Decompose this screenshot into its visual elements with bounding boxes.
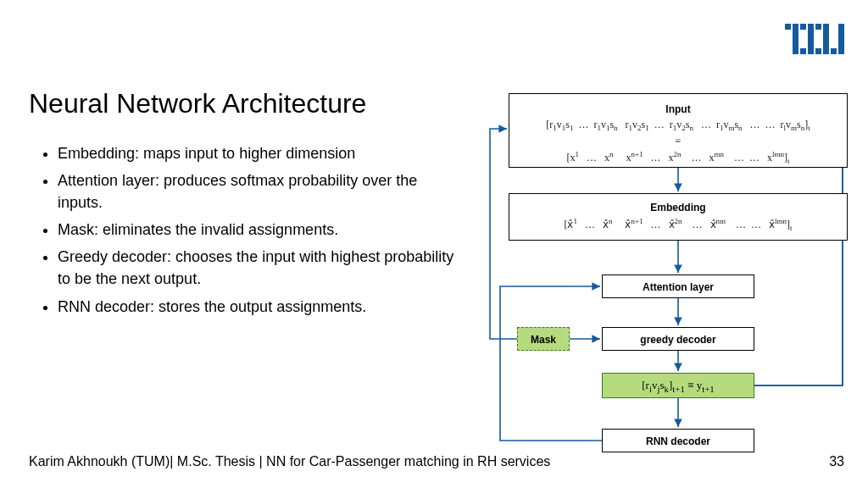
svg-rect-6 — [815, 24, 821, 30]
bullet: Attention layer: produces softmax probab… — [58, 169, 458, 214]
svg-rect-7 — [823, 24, 829, 54]
output-expr: [rivjsk]t+1 ≡ yt+1 — [642, 379, 714, 391]
mask-label: Mask — [531, 334, 556, 346]
slide: Neural Network Architecture Embedding: m… — [0, 0, 868, 488]
bullet: Embedding: maps input to higher dimensio… — [58, 142, 458, 164]
attention-label: Attention layer — [643, 281, 714, 293]
svg-rect-8 — [831, 48, 837, 54]
architecture-diagram: Input [r1v1s1 … r1v1sn r1v2s1 … r1v2sn …… — [483, 92, 848, 463]
svg-rect-0 — [785, 24, 791, 30]
input-label: Input — [665, 103, 690, 115]
bullet: Mask: eliminates the invalid assignments… — [58, 219, 458, 241]
rnn-label: RNN decoder — [646, 435, 710, 447]
svg-rect-5 — [815, 48, 821, 54]
input-seq-1: [r1v1s1 … r1v1sn r1v2s1 … r1v2sn … r1vms… — [509, 119, 847, 132]
svg-rect-4 — [808, 24, 814, 54]
bullet-list: Embedding: maps input to higher dimensio… — [34, 142, 458, 323]
input-block: Input [r1v1s1 … r1v1sn r1v2s1 … r1v2sn …… — [509, 93, 848, 168]
embedding-block: Embedding [x̂1 … x̂n x̂n+1 … x̂2n … x̂mn… — [509, 193, 848, 241]
output-block: [rivjsk]t+1 ≡ yt+1 — [602, 373, 754, 398]
embedding-label: Embedding — [650, 202, 705, 214]
bullet: Greedy decoder: chooses the input with h… — [58, 246, 458, 290]
bullet: RNN decoder: stores the output assignmen… — [58, 296, 458, 318]
svg-rect-1 — [793, 24, 798, 54]
svg-rect-3 — [800, 48, 806, 54]
slide-title: Neural Network Architecture — [29, 88, 366, 119]
mask-block: Mask — [517, 327, 570, 351]
footer-text: Karim Akhnoukh (TUM)| M.Sc. Thesis | NN … — [29, 454, 550, 469]
greedy-label: greedy decoder — [640, 334, 715, 346]
svg-rect-9 — [838, 24, 844, 54]
embedding-seq: [x̂1 … x̂n x̂n+1 … x̂2n … x̂mn … … x̂lmn… — [509, 217, 847, 232]
svg-rect-2 — [800, 24, 806, 30]
greedy-decoder-block: greedy decoder — [602, 327, 754, 351]
page-number: 33 — [829, 454, 844, 469]
tum-logo — [785, 24, 844, 58]
rnn-decoder-block: RNN decoder — [602, 429, 754, 452]
input-equiv: ≡ — [509, 135, 847, 147]
attention-block: Attention layer — [602, 274, 754, 298]
input-seq-2: [x1 … xn xn+1 … x2n … xmn … … xlmn]t — [509, 150, 847, 165]
